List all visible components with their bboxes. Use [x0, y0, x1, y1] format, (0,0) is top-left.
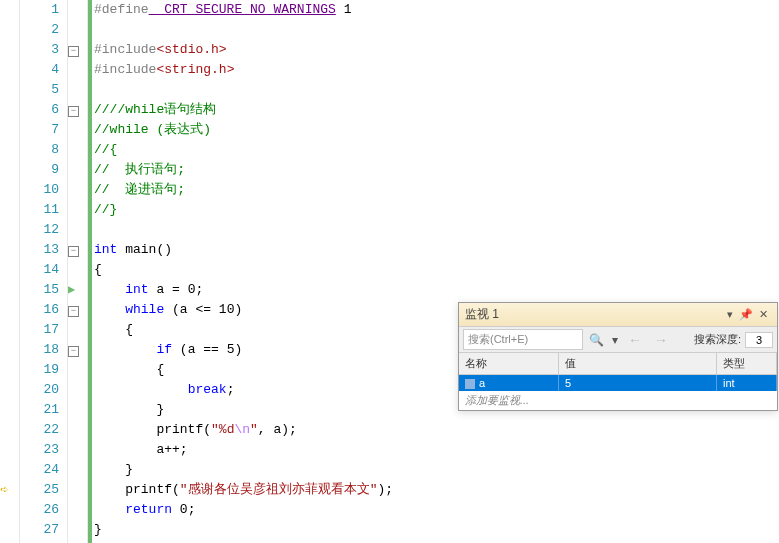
- watch-header-row: 名称 值 类型: [459, 353, 777, 375]
- window-menu-icon[interactable]: ▾: [724, 308, 736, 321]
- variable-icon: [465, 379, 475, 389]
- breakpoint-gutter[interactable]: ➪: [0, 0, 20, 543]
- nav-next-icon[interactable]: →: [650, 332, 672, 348]
- watch-panel[interactable]: 监视 1 ▾ 📌 ✕ 搜索(Ctrl+E) 🔍 ▾ ← → 搜索深度: 3 名称…: [458, 302, 778, 411]
- col-name[interactable]: 名称: [459, 353, 559, 374]
- code-area[interactable]: #define _CRT_SECURE_NO_WARNINGS 1 #inclu…: [92, 0, 779, 543]
- watch-name-cell[interactable]: a: [459, 375, 559, 391]
- col-type[interactable]: 类型: [717, 353, 777, 374]
- watch-title: 监视 1: [465, 306, 724, 323]
- search-input[interactable]: 搜索(Ctrl+E): [463, 329, 583, 350]
- watch-row[interactable]: a 5 int: [459, 375, 777, 391]
- close-icon[interactable]: ✕: [756, 308, 771, 321]
- code-editor: ➪ 1 2 3 4 5 6 7 8 9 10 11 12 13 14 15 16…: [0, 0, 779, 543]
- watch-toolbar: 搜索(Ctrl+E) 🔍 ▾ ← → 搜索深度: 3: [459, 327, 777, 353]
- line-number-gutter: 1 2 3 4 5 6 7 8 9 10 11 12 13 14 15 16 1…: [20, 0, 68, 543]
- depth-input[interactable]: 3: [745, 332, 773, 348]
- watch-type-cell: int: [717, 375, 777, 391]
- search-dropdown-icon[interactable]: ▾: [610, 333, 620, 347]
- watch-titlebar[interactable]: 监视 1 ▾ 📌 ✕: [459, 303, 777, 327]
- add-watch-placeholder[interactable]: 添加要监视...: [459, 391, 777, 410]
- current-line-arrow: ➪: [0, 480, 19, 500]
- fold-toggle-icon[interactable]: −: [68, 46, 79, 57]
- col-value[interactable]: 值: [559, 353, 717, 374]
- nav-prev-icon[interactable]: ←: [624, 332, 646, 348]
- search-icon[interactable]: 🔍: [587, 333, 606, 347]
- fold-toggle-icon[interactable]: −: [68, 306, 79, 317]
- watch-value-cell[interactable]: 5: [559, 375, 717, 391]
- execution-marker-icon: ▶: [68, 283, 75, 297]
- fold-toggle-icon[interactable]: −: [68, 246, 79, 257]
- fold-toggle-icon[interactable]: −: [68, 346, 79, 357]
- depth-label: 搜索深度:: [694, 332, 741, 347]
- pin-icon[interactable]: 📌: [736, 308, 756, 321]
- fold-toggle-icon[interactable]: −: [68, 106, 79, 117]
- fold-gutter[interactable]: − − − ▶ − −: [68, 0, 88, 543]
